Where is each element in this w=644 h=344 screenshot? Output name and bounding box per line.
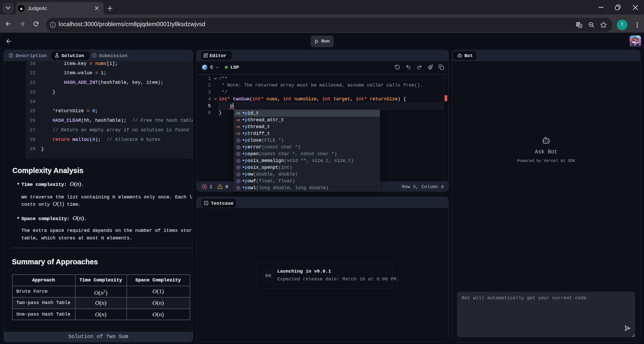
svg-text:文: 文 (579, 24, 582, 27)
svg-text:C: C (203, 65, 206, 70)
